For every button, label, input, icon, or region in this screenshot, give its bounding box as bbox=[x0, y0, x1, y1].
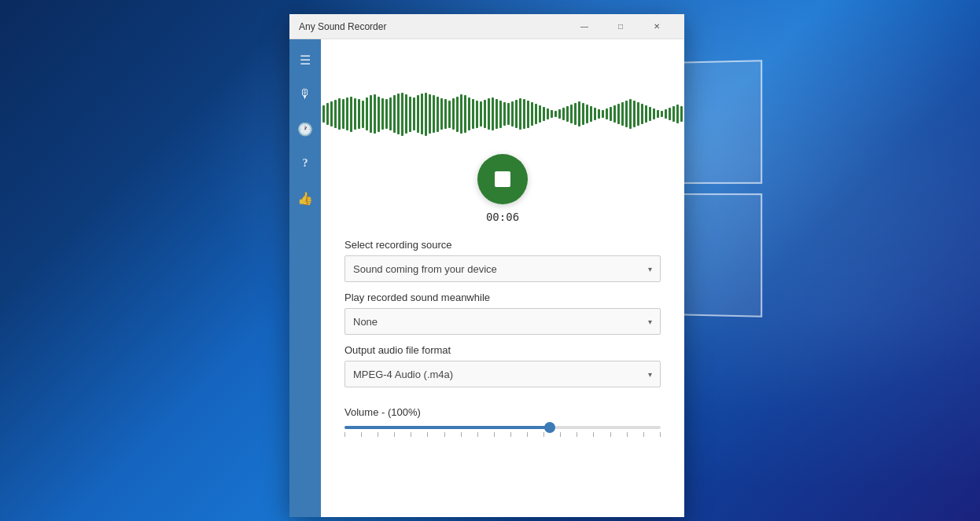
sidebar-item-feedback[interactable]: 👍 bbox=[291, 184, 319, 212]
history-icon: 🕐 bbox=[297, 122, 313, 137]
sidebar-item-help[interactable]: ? bbox=[291, 149, 319, 178]
waveform-bar bbox=[330, 101, 333, 127]
waveform-bar bbox=[385, 99, 388, 129]
waveform-bar bbox=[625, 101, 628, 127]
play-sound-label: Play recorded sound meanwhile bbox=[344, 292, 661, 303]
waveform-bar bbox=[358, 99, 360, 129]
volume-slider-fill bbox=[344, 426, 550, 429]
volume-tick bbox=[543, 432, 544, 437]
waveform-bar bbox=[476, 101, 478, 128]
waveform-bar bbox=[519, 98, 521, 130]
waveform-bar bbox=[322, 105, 325, 123]
waveform-bar bbox=[448, 101, 451, 128]
waveform-bar bbox=[613, 105, 616, 123]
volume-group: Volume - (100%) bbox=[344, 397, 661, 437]
waveform-bar bbox=[429, 94, 431, 134]
volume-slider-ticks bbox=[344, 432, 661, 437]
volume-tick bbox=[444, 432, 445, 437]
volume-tick bbox=[643, 432, 644, 437]
waveform-bar bbox=[590, 106, 592, 122]
waveform bbox=[321, 90, 684, 138]
waveform-bar bbox=[460, 94, 462, 134]
waveform-bar bbox=[444, 99, 447, 129]
waveform-bar bbox=[378, 97, 380, 132]
waveform-bar bbox=[539, 105, 541, 123]
volume-tick bbox=[361, 432, 362, 437]
stop-button-container: 00:06 bbox=[477, 154, 528, 223]
maximize-button[interactable]: □ bbox=[602, 14, 639, 39]
waveform-bar bbox=[397, 94, 400, 134]
waveform-bar bbox=[405, 94, 407, 134]
volume-tick bbox=[610, 432, 611, 437]
stop-button[interactable] bbox=[477, 154, 528, 204]
waveform-bar bbox=[393, 95, 396, 133]
output-format-select[interactable]: MPEG-4 Audio (.m4a) ▾ bbox=[344, 361, 661, 387]
window-body: ☰ 🎙 🕐 ? 👍 bbox=[289, 39, 684, 517]
waveform-bar bbox=[515, 100, 518, 128]
waveform-bar bbox=[488, 98, 490, 130]
waveform-bar bbox=[362, 101, 364, 128]
waveform-bar bbox=[606, 108, 608, 119]
waveform-bar bbox=[334, 100, 337, 128]
recording-source-label: Select recording source bbox=[344, 239, 661, 251]
waveform-bar bbox=[354, 98, 356, 130]
recording-source-chevron-icon: ▾ bbox=[648, 265, 652, 273]
waveform-bar bbox=[617, 104, 620, 124]
waveform-bar bbox=[558, 109, 561, 119]
title-bar: Any Sound Recorder — □ ✕ bbox=[289, 14, 684, 39]
help-icon: ? bbox=[303, 157, 308, 170]
desktop: Any Sound Recorder — □ ✕ ☰ 🎙 🕐 bbox=[0, 0, 980, 521]
output-format-value: MPEG-4 Audio (.m4a) bbox=[353, 369, 453, 380]
volume-slider-thumb[interactable] bbox=[544, 422, 555, 433]
volume-tick bbox=[411, 432, 411, 437]
waveform-bar bbox=[440, 98, 443, 130]
play-sound-group: Play recorded sound meanwhile None ▾ bbox=[344, 292, 661, 335]
sidebar-item-menu[interactable]: ☰ bbox=[291, 46, 319, 74]
waveform-bar bbox=[437, 97, 439, 132]
waveform-bar bbox=[503, 102, 506, 126]
waveform-bar bbox=[672, 106, 675, 122]
recording-source-select[interactable]: Sound coming from your device ▾ bbox=[344, 255, 661, 282]
volume-tick bbox=[461, 432, 462, 437]
waveform-bar bbox=[366, 97, 368, 130]
volume-tick bbox=[660, 432, 661, 437]
waveform-bar bbox=[507, 103, 510, 125]
play-sound-chevron-icon: ▾ bbox=[648, 317, 652, 326]
sidebar-item-microphone[interactable]: 🎙 bbox=[291, 80, 319, 108]
waveform-bar bbox=[381, 98, 384, 130]
waveform-bar bbox=[401, 93, 403, 136]
minimize-button[interactable]: — bbox=[566, 14, 602, 39]
waveform-bar bbox=[680, 106, 683, 122]
waveform-bar bbox=[676, 105, 679, 123]
sidebar-item-history[interactable]: 🕐 bbox=[291, 115, 319, 143]
waveform-bar bbox=[610, 107, 612, 121]
waveform-bar bbox=[499, 101, 502, 128]
waveform-bar bbox=[452, 98, 455, 130]
recording-timer: 00:06 bbox=[486, 211, 519, 223]
waveform-bar bbox=[484, 100, 486, 128]
volume-slider-track bbox=[344, 426, 661, 429]
waveform-bar bbox=[342, 99, 344, 129]
waveform-bar bbox=[637, 102, 639, 126]
volume-tick bbox=[477, 432, 478, 437]
waveform-bar bbox=[326, 103, 329, 125]
waveform-bar bbox=[645, 105, 647, 123]
play-sound-select[interactable]: None ▾ bbox=[344, 308, 661, 335]
waveform-bar bbox=[582, 103, 584, 125]
waveform-bar bbox=[523, 99, 525, 129]
waveform-bar bbox=[492, 97, 494, 130]
volume-tick bbox=[394, 432, 395, 437]
close-button[interactable]: ✕ bbox=[639, 14, 675, 39]
waveform-bar bbox=[535, 104, 537, 124]
waveform-bar bbox=[578, 101, 580, 127]
waveform-bar bbox=[665, 109, 667, 119]
waveform-bar bbox=[468, 97, 470, 130]
volume-label: Volume - (100%) bbox=[344, 406, 661, 418]
waveform-bar bbox=[629, 99, 632, 129]
waveform-bar bbox=[633, 101, 636, 127]
waveform-bar bbox=[657, 110, 659, 118]
app-window: Any Sound Recorder — □ ✕ ☰ 🎙 🕐 bbox=[289, 14, 684, 517]
waveform-bar bbox=[389, 97, 392, 130]
volume-tick bbox=[560, 432, 561, 437]
waveform-bar bbox=[551, 110, 553, 118]
